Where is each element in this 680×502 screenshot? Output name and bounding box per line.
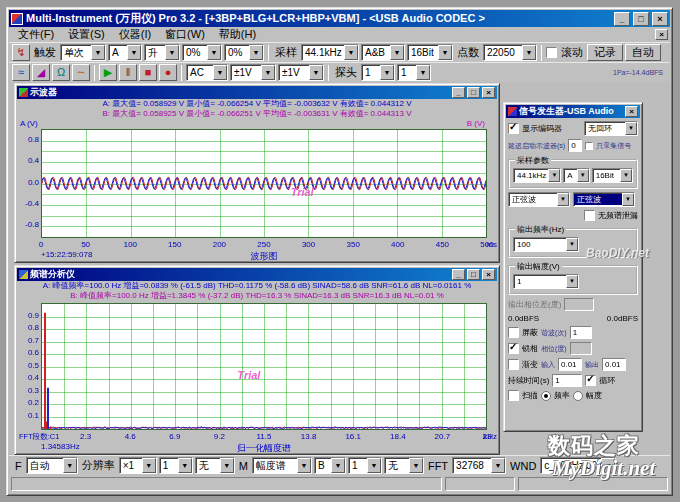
close-button[interactable]: × <box>482 87 495 98</box>
record-icon[interactable]: ● <box>159 64 177 81</box>
stop-icon[interactable]: ■ <box>139 64 157 81</box>
chevron-down-icon[interactable]: ▼ <box>548 169 560 182</box>
bit-depth-combo[interactable]: 16Bit▼ <box>407 44 453 61</box>
oscilloscope-icon[interactable]: ≈ <box>12 64 30 81</box>
chevron-down-icon[interactable]: ▼ <box>127 45 141 60</box>
auto-button[interactable]: 自动 <box>625 44 661 61</box>
maximize-button[interactable]: □ <box>467 87 480 98</box>
duration-field[interactable]: 1 <box>552 374 582 387</box>
chevron-down-icon[interactable]: ▼ <box>390 45 404 60</box>
mdi-close-button[interactable]: × <box>655 29 668 40</box>
scroll-checkbox[interactable] <box>546 47 557 58</box>
show-encoder-checkbox[interactable] <box>508 123 519 134</box>
probe-a-combo[interactable]: 1▼ <box>361 64 395 81</box>
chevron-down-icon[interactable]: ▼ <box>91 45 105 60</box>
maximize-button[interactable]: □ <box>467 269 480 280</box>
menu-file[interactable]: 文件(F) <box>11 27 61 42</box>
menu-help[interactable]: 帮助(H) <box>212 27 263 42</box>
chevron-down-icon[interactable]: ▼ <box>249 45 263 60</box>
chevron-down-icon[interactable]: ▼ <box>178 458 192 473</box>
pause-icon[interactable]: ‖ <box>119 64 137 81</box>
sweep-frequency-radio[interactable] <box>541 391 551 401</box>
chevron-down-icon[interactable]: ▼ <box>344 45 358 60</box>
trigger-mode-combo[interactable]: 单次▼ <box>60 44 106 61</box>
no-leakage-checkbox[interactable] <box>584 210 595 221</box>
gen-rate-combo[interactable]: 44.1kHz▼ <box>513 168 561 183</box>
chevron-down-icon[interactable]: ▼ <box>367 458 381 473</box>
loop-checkbox[interactable] <box>585 375 596 386</box>
chevron-down-icon[interactable]: ▼ <box>557 193 569 206</box>
average2-combo[interactable]: 1▼ <box>348 457 382 474</box>
chevron-down-icon[interactable]: ▼ <box>491 458 505 473</box>
output-frequency-combo[interactable]: 100▼ <box>513 237 579 252</box>
chevron-down-icon[interactable]: ▼ <box>625 122 637 135</box>
chevron-down-icon[interactable]: ▼ <box>409 458 423 473</box>
coupling-combo[interactable]: AC▼ <box>186 64 228 81</box>
channel-select-combo[interactable]: B▼ <box>314 457 346 474</box>
fade-in-field[interactable]: 0.01 <box>558 358 582 371</box>
menu-instrument[interactable]: 仪器(I) <box>112 27 158 42</box>
chevron-down-icon[interactable]: ▼ <box>416 65 430 80</box>
points-combo[interactable]: 22050▼ <box>483 44 537 61</box>
close-button[interactable]: × <box>625 106 638 117</box>
close-button[interactable]: × <box>482 269 495 280</box>
harmonic-field[interactable]: 1 <box>570 326 592 339</box>
fade-out-field[interactable]: 0.01 <box>602 358 626 371</box>
waveform-b-combo[interactable]: 正弦波▼ <box>573 192 635 207</box>
minimize-button[interactable]: _ <box>614 12 630 26</box>
sweep-checkbox[interactable] <box>508 390 519 401</box>
chevron-down-icon[interactable]: ▼ <box>213 65 227 80</box>
fft-size-combo[interactable]: 32768▼ <box>452 457 506 474</box>
spectrum-type-combo[interactable]: 幅度谱▼ <box>252 457 312 474</box>
chevron-down-icon[interactable]: ▼ <box>380 65 394 80</box>
chevron-down-icon[interactable]: ▼ <box>220 458 234 473</box>
trigger-source-combo[interactable]: A▼ <box>108 44 142 61</box>
sample-rate-combo[interactable]: 44.1kHz▼ <box>301 44 359 61</box>
menu-window[interactable]: 窗口(W) <box>158 27 212 42</box>
phase-lock-checkbox[interactable] <box>508 343 519 354</box>
sweep-amplitude-radio[interactable] <box>573 391 583 401</box>
close-button[interactable]: × <box>652 12 668 26</box>
range-a-combo[interactable]: ±1V▼ <box>230 64 276 81</box>
play-icon[interactable]: ▶ <box>99 64 117 81</box>
capture-only-checkbox[interactable] <box>585 142 593 150</box>
filter2-combo[interactable]: 无▼ <box>384 457 424 474</box>
chevron-down-icon[interactable]: ▼ <box>309 65 323 80</box>
chevron-down-icon[interactable]: ▼ <box>297 458 311 473</box>
output-amplitude-combo[interactable]: 1▼ <box>513 274 579 289</box>
menu-settings[interactable]: 设置(S) <box>61 27 112 42</box>
range-b-combo[interactable]: ±1V▼ <box>278 64 324 81</box>
multimeter-icon[interactable]: Ω <box>52 64 70 81</box>
chevron-down-icon[interactable]: ▼ <box>142 458 156 473</box>
signal-generator-icon[interactable]: ∼ <box>72 64 90 81</box>
signal-generator-titlebar[interactable]: 信号发生器-USB Audio × <box>506 105 640 118</box>
chevron-down-icon[interactable]: ▼ <box>261 65 275 80</box>
record-button[interactable]: 记录 <box>587 44 623 61</box>
chevron-down-icon[interactable]: ▼ <box>63 458 77 473</box>
minimize-button[interactable]: _ <box>452 269 465 280</box>
chevron-down-icon[interactable]: ▼ <box>165 45 179 60</box>
minimize-button[interactable]: _ <box>452 87 465 98</box>
chevron-down-icon[interactable]: ▼ <box>620 169 632 182</box>
channels-combo[interactable]: A&B▼ <box>361 44 405 61</box>
spectrum-titlebar[interactable]: 频谱分析仪 _ □ × <box>17 268 497 281</box>
chevron-down-icon[interactable]: ▼ <box>577 169 589 182</box>
probe-b-combo[interactable]: 1▼ <box>397 64 431 81</box>
spectrum-analyzer-icon[interactable]: ◢ <box>32 64 50 81</box>
oscilloscope-titlebar[interactable]: 示波器 _ □ × <box>17 86 497 99</box>
trigger-level-combo[interactable]: 0%▼ <box>182 44 222 61</box>
loopback-combo[interactable]: 无回环▼ <box>584 121 638 136</box>
chevron-down-icon[interactable]: ▼ <box>522 45 536 60</box>
gen-channel-combo[interactable]: A▼ <box>563 168 589 183</box>
chevron-down-icon[interactable]: ▼ <box>331 458 345 473</box>
gen-bits-combo[interactable]: 16Bit▼ <box>592 168 633 183</box>
chevron-down-icon[interactable]: ▼ <box>438 45 452 60</box>
trigger-delay-combo[interactable]: 0%▼ <box>224 44 264 61</box>
mask-checkbox[interactable] <box>508 327 519 338</box>
waveform-a-combo[interactable]: 正弦波▼ <box>508 192 570 207</box>
filter-combo[interactable]: 无▼ <box>195 457 235 474</box>
chevron-down-icon[interactable]: ▼ <box>207 45 221 60</box>
titlebar[interactable]: Multi-Instrument (万用仪) Pro 3.2 - [+3BP+B… <box>9 10 670 27</box>
delay-field[interactable]: 0 <box>568 139 582 152</box>
trigger-edge-combo[interactable]: 升▼ <box>144 44 180 61</box>
